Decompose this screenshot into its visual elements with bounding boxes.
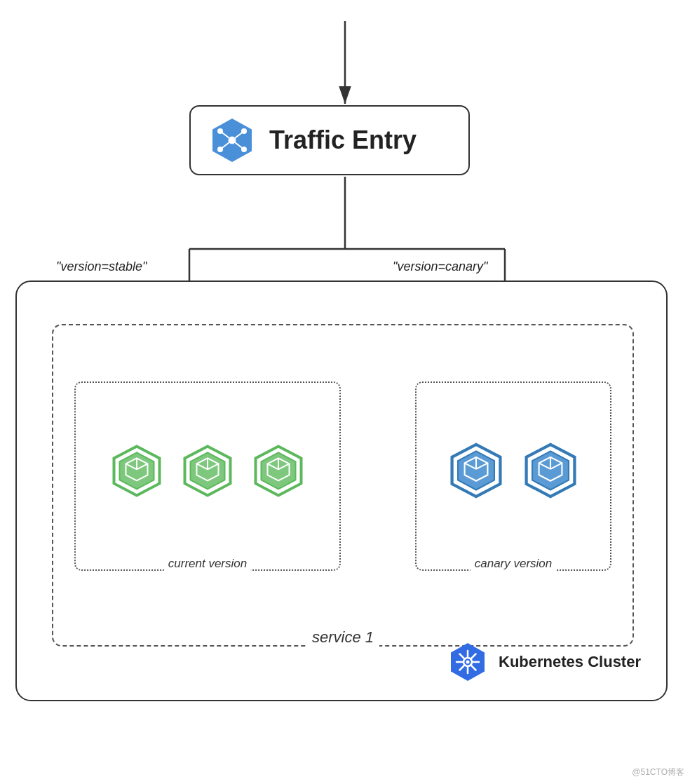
k8s-cluster-box: current version [15, 281, 668, 701]
version-stable-label: "version=stable" [56, 259, 147, 274]
green-pod-1 [107, 442, 167, 502]
canary-version-pods [445, 441, 582, 504]
k8s-icon [447, 641, 489, 683]
traffic-entry-box: Traffic Entry [189, 105, 470, 175]
svg-point-48 [466, 661, 470, 664]
current-version-pods [107, 442, 309, 502]
blue-pod-1 [445, 441, 508, 504]
canary-version-label: canary version [471, 557, 557, 571]
service1-label: service 1 [306, 628, 379, 647]
version-canary-label: "version=canary" [393, 259, 487, 274]
green-pod-2 [178, 442, 238, 502]
current-version-label: current version [164, 557, 251, 571]
service1-box: current version [52, 324, 634, 647]
diagram-container: Traffic Entry "version=stable" "version=… [0, 0, 690, 784]
traffic-entry-icon [208, 116, 257, 165]
k8s-label-row: Kubernetes Cluster [447, 641, 641, 683]
canary-version-box: canary version [415, 381, 611, 571]
current-version-box: current version [74, 381, 341, 571]
blue-pod-2 [519, 441, 582, 504]
watermark: @51CTO博客 [632, 766, 684, 778]
k8s-cluster-label: Kubernetes Cluster [499, 653, 641, 671]
green-pod-3 [249, 442, 309, 502]
traffic-entry-label: Traffic Entry [269, 126, 417, 155]
